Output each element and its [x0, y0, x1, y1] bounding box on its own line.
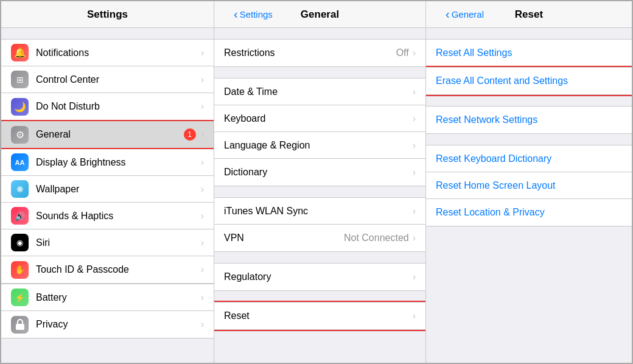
left-group3: AA Display & Brightness › ❋ Wallpaper › … [1, 149, 214, 284]
mid-item-language[interactable]: Language & Region › [214, 132, 425, 159]
chevron-icon: › [413, 310, 416, 321]
reset-all-label: Reset All Settings [436, 47, 512, 58]
mid-item-date-time[interactable]: Date & Time › [214, 79, 425, 105]
chevron-icon: › [201, 292, 204, 303]
control-center-icon: ⊞ [11, 71, 29, 88]
mid-header: ‹ Settings General [214, 1, 425, 28]
chevron-icon: › [201, 211, 204, 222]
sounds-icon: 🔊 [11, 207, 29, 225]
do-not-disturb-label: Do Not Disturb [36, 101, 201, 112]
chevron-icon: › [201, 184, 204, 195]
mid-item-restrictions[interactable]: Restrictions Off › [214, 40, 425, 66]
sidebar-item-privacy[interactable]: Privacy › [1, 311, 214, 338]
chevron-icon: › [413, 47, 416, 58]
sidebar-item-notifications[interactable]: 🔔 Notifications › [1, 40, 214, 66]
keyboard-label: Keyboard [224, 113, 413, 124]
reset-keyboard-label: Reset Keyboard Dictionary [436, 153, 551, 164]
restrictions-label: Restrictions [224, 47, 396, 58]
vpn-value: Not Connected [344, 233, 409, 243]
general-badge: 1 [184, 128, 196, 141]
wallpaper-icon: ❋ [11, 180, 29, 198]
chevron-icon: › [201, 101, 204, 112]
chevron-icon: › [201, 47, 204, 58]
mid-group3: iTunes WLAN Sync › VPN Not Connected › [214, 197, 425, 252]
display-label: Display & Brightness [36, 157, 201, 168]
mid-back-button[interactable]: ‹ Settings [234, 7, 273, 21]
chevron-icon: › [201, 129, 204, 140]
chevron-icon: › [201, 319, 204, 330]
mid-group5: Reset › [214, 302, 425, 330]
itunes-label: iTunes WLAN Sync [224, 206, 413, 217]
sidebar-item-touchid[interactable]: ✋ Touch ID & Passcode › [1, 256, 214, 283]
sidebar-item-wallpaper[interactable]: ❋ Wallpaper › [1, 176, 214, 203]
mid-group-restrictions: Restrictions Off › [214, 39, 425, 67]
restrictions-value: Off [396, 47, 409, 58]
sidebar-item-battery[interactable]: ⚡ Battery › [1, 284, 214, 311]
vpn-label: VPN [224, 233, 344, 243]
right-column: ‹ General Reset Reset All Settings Erase… [426, 1, 632, 363]
notifications-icon: 🔔 [11, 44, 29, 61]
sidebar-item-do-not-disturb[interactable]: 🌙 Do Not Disturb › [1, 93, 214, 120]
chevron-icon: › [201, 74, 204, 85]
left-group1: 🔔 Notifications › ⊞ Control Center › 🌙 [1, 39, 214, 121]
left-group4: ⚡ Battery › Privacy › [1, 284, 214, 338]
right-item-erase-all[interactable]: Erase All Content and Settings [426, 68, 632, 94]
mid-group2: Date & Time › Keyboard › Language & Regi… [214, 78, 425, 186]
svg-rect-0 [16, 324, 24, 330]
notifications-label: Notifications [36, 47, 201, 58]
chevron-icon: › [413, 113, 416, 124]
mid-item-dictionary[interactable]: Dictionary › [214, 159, 425, 186]
do-not-disturb-icon: 🌙 [11, 98, 29, 116]
back-arrow-icon: ‹ [446, 7, 450, 21]
sidebar-item-sounds[interactable]: 🔊 Sounds & Haptics › [1, 203, 214, 229]
erase-all-label: Erase All Content and Settings [436, 75, 568, 86]
touchid-label: Touch ID & Passcode [36, 264, 201, 275]
right-item-reset-keyboard[interactable]: Reset Keyboard Dictionary [426, 145, 632, 172]
mid-item-regulatory[interactable]: Regulatory › [214, 264, 425, 290]
siri-label: Siri [36, 237, 201, 248]
right-header: ‹ General Reset [426, 1, 632, 28]
mid-back-label: Settings [240, 9, 273, 19]
sidebar-item-general[interactable]: ⚙ General 1 › [1, 121, 214, 148]
right-item-reset-home[interactable]: Reset Home Screen Layout [426, 172, 632, 199]
privacy-icon [11, 316, 29, 334]
date-time-label: Date & Time [224, 86, 413, 97]
right-item-reset-location[interactable]: Reset Location & Privacy [426, 199, 632, 226]
language-label: Language & Region [224, 140, 413, 151]
reset-location-label: Reset Location & Privacy [436, 207, 545, 218]
chevron-icon: › [413, 206, 416, 217]
chevron-icon: › [413, 271, 416, 282]
right-title: Reset [515, 9, 543, 21]
mid-item-itunes[interactable]: iTunes WLAN Sync › [214, 198, 425, 225]
wallpaper-label: Wallpaper [36, 184, 201, 195]
right-back-label: General [452, 9, 484, 19]
reset-label: Reset [224, 310, 413, 321]
right-item-reset-network[interactable]: Reset Network Settings [426, 107, 632, 133]
chevron-icon: › [413, 167, 416, 178]
chevron-icon: › [201, 237, 204, 248]
reset-home-label: Reset Home Screen Layout [436, 180, 556, 191]
mid-item-reset[interactable]: Reset › [214, 303, 425, 329]
battery-label: Battery [36, 292, 201, 303]
mid-item-keyboard[interactable]: Keyboard › [214, 105, 425, 132]
sidebar-item-siri[interactable]: ◉ Siri › [1, 229, 214, 256]
chevron-icon: › [413, 140, 416, 151]
battery-icon: ⚡ [11, 289, 29, 306]
sidebar-item-display[interactable]: AA Display & Brightness › [1, 149, 214, 176]
left-column: Settings 🔔 Notifications › ⊞ Control Cen… [1, 1, 214, 363]
mid-group4: Regulatory › [214, 263, 425, 291]
regulatory-label: Regulatory [224, 271, 413, 282]
siri-icon: ◉ [11, 234, 29, 251]
touchid-icon: ✋ [11, 261, 29, 279]
right-item-reset-all[interactable]: Reset All Settings [426, 40, 632, 66]
right-back-button[interactable]: ‹ General [446, 7, 484, 21]
right-group1: Reset All Settings [426, 39, 632, 67]
chevron-icon: › [201, 157, 204, 168]
sidebar-item-control-center[interactable]: ⊞ Control Center › [1, 66, 214, 93]
mid-column: ‹ Settings General Restrictions Off › [214, 1, 426, 363]
mid-title: General [301, 9, 339, 21]
general-label: General [36, 129, 184, 140]
chevron-icon: › [201, 264, 204, 275]
display-icon: AA [11, 153, 29, 171]
mid-item-vpn[interactable]: VPN Not Connected › [214, 225, 425, 251]
